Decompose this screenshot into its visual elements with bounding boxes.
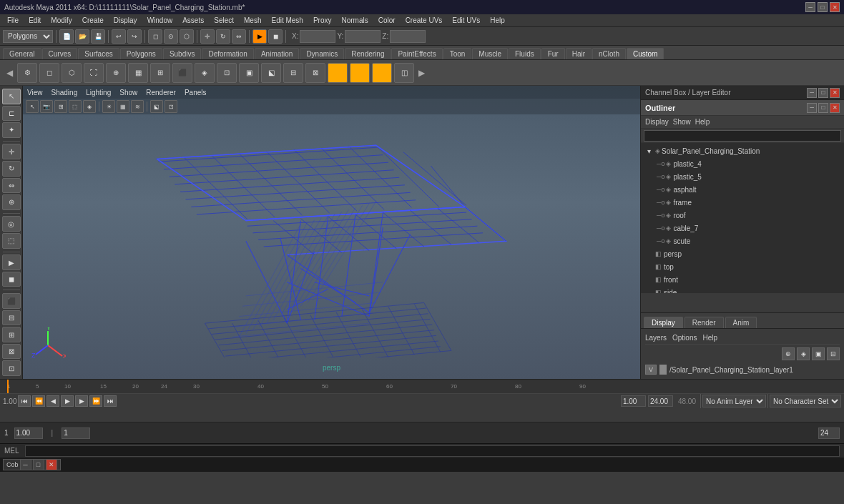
vp-menu-renderer[interactable]: Renderer (146, 89, 176, 97)
layer-menu-layers[interactable]: Layers (645, 334, 667, 342)
lasso-tool[interactable]: ⊏ (2, 106, 21, 122)
taskbar-close[interactable]: ✕ (46, 459, 57, 470)
shelf-tab-rendering[interactable]: Rendering (345, 48, 391, 59)
rotate-icon[interactable]: ↻ (216, 29, 230, 44)
cb-tab-display[interactable]: Display (644, 317, 683, 328)
shelf-tab-animation[interactable]: Animation (255, 48, 299, 59)
vp-texture-icon[interactable]: ▦ (117, 100, 129, 113)
vp-fog-icon[interactable]: ≋ (131, 100, 144, 113)
lasso-icon[interactable]: ⊙ (164, 29, 178, 44)
frame-input-2[interactable] (62, 428, 90, 439)
vp-light-icon[interactable]: ☀ (102, 100, 115, 113)
maximize-button[interactable]: □ (818, 2, 828, 12)
end-frame-input[interactable] (818, 428, 840, 439)
shelf-icon-15[interactable]: ◫ (394, 63, 414, 83)
menu-display[interactable]: Display (109, 16, 142, 25)
range-end-input[interactable] (648, 395, 673, 407)
next-frame-button[interactable]: ▶ (75, 395, 88, 407)
soft-select[interactable]: ◎ (2, 216, 21, 232)
outliner-menu-show[interactable]: Show (673, 118, 691, 126)
shelf-icon-9[interactable]: ◈ (195, 63, 215, 83)
viewport[interactable]: View Shading Lighting Show Renderer Pane… (23, 86, 640, 379)
select-tool[interactable]: ↖ (2, 89, 21, 104)
select-icon[interactable]: ◻ (148, 29, 162, 44)
menu-mesh[interactable]: Mesh (240, 16, 265, 25)
shelf-left-arrow[interactable]: ◀ (4, 68, 15, 78)
mel-input[interactable] (25, 445, 840, 457)
step-forward-button[interactable]: ⏩ (89, 395, 102, 407)
outliner-menu-help[interactable]: Help (695, 118, 710, 126)
menu-create[interactable]: Create (78, 16, 108, 25)
tree-item-roof[interactable]: ─o ◈ roof (641, 209, 844, 222)
snap-point[interactable]: ⊡ (2, 360, 21, 376)
shelf-icon-7[interactable]: ⊞ (150, 63, 170, 83)
x-input[interactable] (300, 30, 335, 43)
tree-item-persp[interactable]: ◧ persp (641, 247, 844, 260)
current-frame-input[interactable] (14, 428, 43, 439)
shelf-icon-6[interactable]: ▦ (128, 63, 148, 83)
shelf-icon-14[interactable]: ⊠ (305, 63, 325, 83)
show-manip[interactable]: ⬚ (2, 233, 21, 249)
undo-icon[interactable]: ↩ (112, 29, 126, 44)
shelf-tab-polygons[interactable]: Polygons (120, 48, 162, 59)
play-button[interactable]: ▶ (61, 395, 74, 407)
layer-menu-help[interactable]: Help (702, 334, 717, 342)
shelf-icon-5[interactable]: ⊕ (106, 63, 126, 83)
tree-item-cable7[interactable]: ─o ◈ cable_7 (641, 222, 844, 234)
snap-curve[interactable]: ⊠ (2, 344, 21, 360)
shelf-tab-hair[interactable]: Hair (566, 48, 592, 59)
tree-item-top[interactable]: ◧ top (641, 260, 844, 273)
render-icon[interactable]: ▶ (252, 29, 267, 44)
snap-grid[interactable]: ⊞ (2, 327, 21, 342)
shelf-tab-muscle[interactable]: Muscle (472, 48, 508, 59)
menu-help[interactable]: Help (486, 16, 509, 25)
paint-tool[interactable]: ✦ (2, 122, 21, 138)
layer-icon-4[interactable]: ⊟ (827, 347, 840, 360)
go-end-button[interactable]: ⏭ (104, 395, 117, 407)
vp-wire-icon[interactable]: ⬚ (69, 100, 82, 113)
shelf-icon-2[interactable]: ◻ (39, 63, 59, 83)
shelf-icon-1[interactable]: ⚙ (17, 63, 37, 83)
shelf-icon-13[interactable]: ⊟ (283, 63, 303, 83)
layer-icon-1[interactable]: ⊕ (782, 347, 795, 360)
vp-menu-lighting[interactable]: Lighting (86, 89, 111, 97)
menu-window[interactable]: Window (143, 16, 177, 25)
taskbar-maximize[interactable]: □ (33, 459, 44, 470)
open-icon[interactable]: 📂 (75, 29, 89, 44)
shelf-icon-color3[interactable] (372, 63, 392, 83)
anim-layer-select[interactable]: No Anim Layer (702, 395, 766, 407)
tree-item-root[interactable]: ▾ ◈ Solar_Panel_Charging_Station (641, 144, 844, 157)
vp-menu-view[interactable]: View (27, 89, 43, 97)
outliner-minimize[interactable]: ─ (807, 103, 817, 113)
y-input[interactable] (345, 30, 381, 43)
vp-gate-icon[interactable]: ⊡ (165, 100, 177, 113)
move-tool[interactable]: ✛ (2, 144, 21, 159)
new-scene-icon[interactable]: 📄 (59, 29, 74, 44)
layer-icon-3[interactable]: ▣ (812, 347, 825, 360)
z-input[interactable] (390, 30, 426, 43)
menu-edit-uvs[interactable]: Edit UVs (448, 16, 484, 25)
menu-color[interactable]: Color (374, 16, 400, 25)
outliner-tree[interactable]: ▾ ◈ Solar_Panel_Charging_Station ─o ◈ pl… (641, 143, 844, 293)
layer-menu-options[interactable]: Options (672, 334, 697, 342)
tree-item-scute[interactable]: ─o ◈ scute (641, 234, 844, 247)
layer-v-button[interactable]: V (645, 365, 657, 375)
outliner-maximize[interactable]: □ (818, 103, 828, 113)
menu-file[interactable]: File (3, 16, 23, 25)
shelf-tab-curves[interactable]: Curves (42, 48, 78, 59)
shelf-tab-toon[interactable]: Toon (443, 48, 472, 59)
prev-frame-button[interactable]: ◀ (46, 395, 59, 407)
close-button[interactable]: ✕ (830, 2, 840, 12)
shelf-tab-fur[interactable]: Fur (541, 48, 565, 59)
cb-maximize[interactable]: □ (818, 88, 828, 98)
outliner-search-input[interactable] (644, 130, 841, 142)
step-back-button[interactable]: ⏪ (32, 395, 45, 407)
vp-select-icon[interactable]: ↖ (26, 100, 39, 113)
go-start-button[interactable]: ⏮ (18, 395, 31, 407)
tree-item-front[interactable]: ◧ front (641, 273, 844, 286)
shelf-icon-color2[interactable] (350, 63, 370, 83)
cb-tab-render[interactable]: Render (684, 317, 724, 328)
menu-normals[interactable]: Normals (338, 16, 373, 25)
shelf-icon-3[interactable]: ⬡ (62, 63, 82, 83)
cb-minimize[interactable]: ─ (807, 88, 817, 98)
